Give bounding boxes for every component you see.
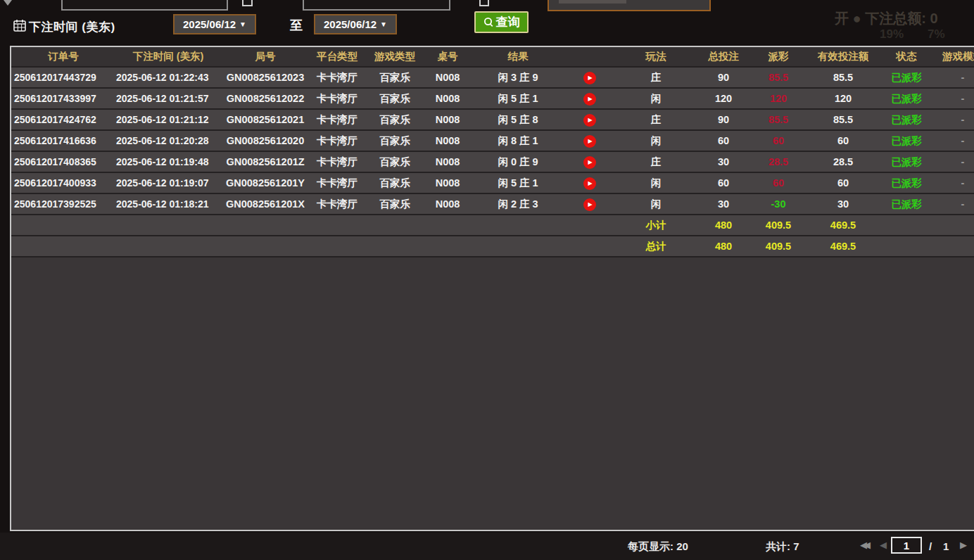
date-from-select[interactable]: 2025/06/12 ▼ <box>173 14 256 34</box>
cell-bet_time: 2025-06-12 01:21:12 <box>115 114 221 125</box>
subtotal-row: 小计480409.5469.5 <box>11 215 974 236</box>
partial-cursor-icon <box>4 0 12 6</box>
cell-order_id: 250612017400933 <box>11 177 115 189</box>
col-header-table_no: 桌号 <box>425 50 470 63</box>
cell-status: 已派彩 <box>878 71 935 84</box>
cell-table_no: N008 <box>425 135 470 146</box>
next-page-button[interactable]: ▶ <box>960 540 967 550</box>
cell-table_no: N008 <box>425 93 470 104</box>
play-icon[interactable]: ▶ <box>583 156 596 169</box>
query-button[interactable]: 查询 <box>474 11 529 33</box>
table-row: 2506120174083652025-06-12 01:19:48GN0082… <box>11 152 974 173</box>
cell-platform: 卡卡湾厅 <box>310 92 365 106</box>
summary-valid-bet: 469.5 <box>808 219 878 231</box>
play-icon[interactable]: ▶ <box>583 114 596 127</box>
cell-payout: 60 <box>749 177 808 189</box>
cell-bet_type: 闲 <box>614 92 698 106</box>
play-icon[interactable]: ▶ <box>583 198 596 211</box>
cell-total_bet: 120 <box>698 93 749 104</box>
cell-game_type: 百家乐 <box>365 71 425 84</box>
pagination-bar: 每页显示: 20 共计: 7 ◀◀ ◀ 1 / 1 ▶ <box>0 533 974 560</box>
ghost-percent-right: 7% <box>928 27 945 42</box>
calendar-icon <box>13 19 26 34</box>
col-header-order_id: 订单号 <box>11 50 115 63</box>
cell-play: ▶ <box>566 155 614 169</box>
cell-table_no: N008 <box>425 114 470 125</box>
query-button-label: 查询 <box>496 14 520 30</box>
cell-result: 闲 3 庄 9 <box>470 71 566 84</box>
cell-table_no: N008 <box>425 156 470 167</box>
cell-result: 闲 5 庄 8 <box>470 113 566 127</box>
summary-payout: 409.5 <box>749 241 808 252</box>
partial-text-input-1[interactable] <box>61 0 228 11</box>
first-page-button[interactable]: ◀◀ <box>860 540 867 550</box>
play-icon[interactable]: ▶ <box>583 177 596 190</box>
cell-result: 闲 0 庄 9 <box>470 155 566 169</box>
partial-checkbox-1[interactable] <box>242 0 253 6</box>
table-row: 2506120174339972025-06-12 01:21:57GN0082… <box>11 89 974 110</box>
partial-text-input-2[interactable] <box>303 0 450 11</box>
cell-round_id: GN00825612020 <box>221 135 310 146</box>
summary-total-bet: 480 <box>698 241 749 252</box>
cell-game_mode: - <box>935 72 974 83</box>
cell-status: 已派彩 <box>878 92 935 106</box>
cell-round_id: GN00825612021 <box>221 114 310 125</box>
date-to-value: 2025/06/12 <box>324 18 377 30</box>
cell-table_no: N008 <box>425 177 470 189</box>
cell-play: ▶ <box>566 134 614 148</box>
date-to-select[interactable]: 2025/06/12 ▼ <box>314 14 397 34</box>
cell-platform: 卡卡湾厅 <box>310 177 365 190</box>
col-header-platform: 平台类型 <box>310 50 365 63</box>
chevron-down-icon: ▼ <box>380 21 387 28</box>
cell-total_bet: 60 <box>698 177 749 189</box>
col-header-total_bet: 总投注 <box>698 50 749 63</box>
bet-records-table: 订单号下注时间 (美东)局号平台类型游戏类型桌号结果玩法总投注派彩有效投注额状态… <box>10 46 974 531</box>
cell-payout: 85.5 <box>749 114 808 125</box>
table-row: 2506120174166362025-06-12 01:20:28GN0082… <box>11 131 974 152</box>
cell-table_no: N008 <box>425 72 470 83</box>
cell-valid_bet: 28.5 <box>808 156 878 167</box>
cell-game_mode: - <box>935 114 974 125</box>
cell-total_bet: 30 <box>698 156 749 167</box>
cell-bet_type: 闲 <box>614 177 698 190</box>
cell-bet_time: 2025-06-12 01:21:57 <box>115 93 221 104</box>
cell-status: 已派彩 <box>878 113 935 127</box>
cell-status: 已派彩 <box>878 134 935 148</box>
cell-payout: 60 <box>749 135 808 146</box>
cell-valid_bet: 85.5 <box>808 72 878 83</box>
summary-label: 小计 <box>614 219 698 232</box>
page-number-input[interactable]: 1 <box>891 537 922 554</box>
play-icon[interactable]: ▶ <box>583 72 596 84</box>
table-row: 2506120173925252025-06-12 01:18:21GN0082… <box>11 194 974 215</box>
per-page-label: 每页显示: 20 <box>628 540 688 554</box>
play-icon[interactable]: ▶ <box>583 135 596 148</box>
cell-play: ▶ <box>566 113 614 127</box>
cell-bet_type: 庄 <box>614 71 698 84</box>
partial-checkbox-2[interactable] <box>479 0 489 6</box>
cell-bet_type: 庄 <box>614 113 698 127</box>
magnifier-icon <box>483 17 494 27</box>
cell-bet_time: 2025-06-12 01:22:43 <box>115 72 221 83</box>
cell-result: 闲 5 庄 1 <box>470 177 566 190</box>
cell-result: 闲 8 庄 1 <box>470 134 566 148</box>
partial-dropdown[interactable] <box>548 0 711 11</box>
date-from-value: 2025/06/12 <box>183 18 236 30</box>
cell-order_id: 250612017416636 <box>11 135 115 146</box>
table-row: 2506120174009332025-06-12 01:19:07GN0082… <box>11 173 974 194</box>
prev-page-button[interactable]: ◀ <box>880 540 887 550</box>
table-row: 2506120174247622025-06-12 01:21:12GN0082… <box>11 110 974 131</box>
cell-order_id: 250612017408365 <box>11 156 115 167</box>
summary-payout: 409.5 <box>749 219 808 231</box>
cell-order_id: 250612017433997 <box>11 93 115 104</box>
cell-order_id: 250612017424762 <box>11 114 115 125</box>
play-icon[interactable]: ▶ <box>583 93 596 106</box>
cell-platform: 卡卡湾厅 <box>310 113 365 127</box>
col-header-round_id: 局号 <box>221 50 310 63</box>
cell-round_id: GN0082561201X <box>221 198 310 210</box>
cell-game_type: 百家乐 <box>365 113 425 127</box>
cell-status: 已派彩 <box>878 177 935 190</box>
cell-game_mode: - <box>935 93 974 104</box>
table-header-row: 订单号下注时间 (美东)局号平台类型游戏类型桌号结果玩法总投注派彩有效投注额状态… <box>11 47 974 68</box>
cell-result: 闲 2 庄 3 <box>470 198 566 211</box>
cell-game_type: 百家乐 <box>365 155 425 169</box>
